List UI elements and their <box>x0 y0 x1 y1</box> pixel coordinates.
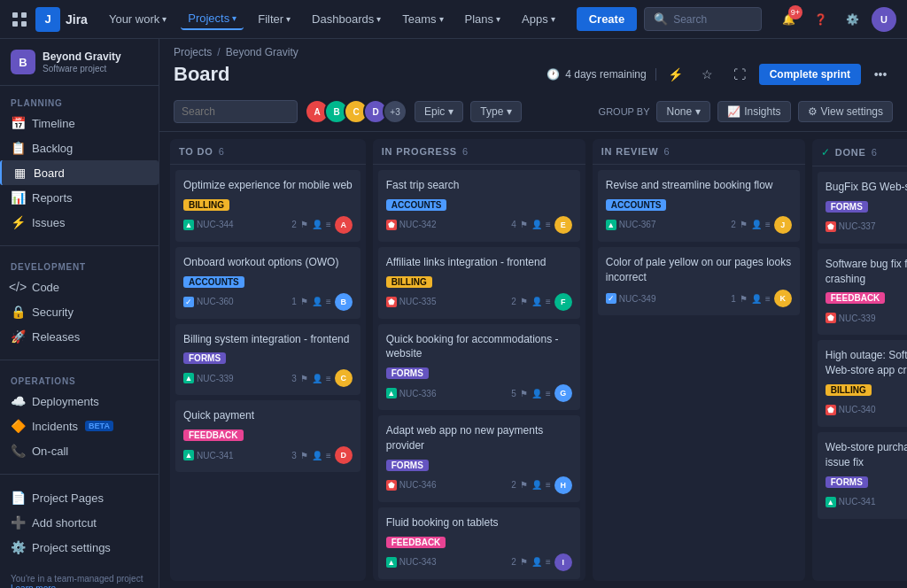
star-button[interactable]: ☆ <box>695 62 720 87</box>
table-row[interactable]: Quick payment FEEDBACK ▲ NUC-341 3 ⚑ 👤 ≡… <box>175 400 360 472</box>
planning-label: PLANNING <box>0 93 159 111</box>
notifications-button[interactable]: 🔔 9+ <box>776 7 801 32</box>
sidebar-item-reports[interactable]: 📊 Reports <box>0 185 159 210</box>
story-points-icon: ⚑ <box>520 557 528 567</box>
create-button[interactable]: Create <box>577 7 637 31</box>
story-points-icon: ⚑ <box>520 220 528 229</box>
nav-dashboards[interactable]: Dashboards ▾ <box>305 9 388 29</box>
sidebar-project[interactable]: B Beyond Gravity Software project <box>0 39 159 86</box>
svg-rect-3 <box>21 21 27 27</box>
column-count: 6 <box>462 146 468 157</box>
breadcrumb-projects[interactable]: Projects <box>174 46 212 58</box>
nav-projects[interactable]: Projects ▾ <box>181 8 244 30</box>
card-tag: ACCOUNTS <box>606 199 667 211</box>
grid-icon[interactable] <box>11 11 28 28</box>
table-row[interactable]: Web-store purchasing performance issue f… <box>818 432 907 519</box>
card-title: Fluid booking on tablets <box>386 515 572 530</box>
table-row[interactable]: Fluid booking on tablets FEEDBACK ▲ NUC-… <box>378 507 580 579</box>
sidebar-item-backlog[interactable]: 📋 Backlog <box>0 135 159 160</box>
column-header-todo: TO DO6 <box>170 139 366 165</box>
table-row[interactable]: High outage: Software bug fix - BG Web-s… <box>818 340 907 427</box>
epic-filter-button[interactable]: Epic ▾ <box>415 101 463 122</box>
fullscreen-button[interactable]: ⛶ <box>727 62 752 87</box>
story-points-icon: ⚑ <box>300 374 308 383</box>
search-box[interactable]: 🔍 Search <box>644 7 762 31</box>
card-meta: 5 ⚑ 👤 ≡ G <box>511 384 571 402</box>
sidebar-item-timeline[interactable]: 📅 Timeline <box>0 111 159 135</box>
table-row[interactable]: Quick booking for accommodations - websi… <box>378 324 580 411</box>
card-tag: FORMS <box>826 476 868 488</box>
card-type-icon: ▲ <box>386 557 397 568</box>
table-row[interactable]: Revise and streamline booking flow ACCOU… <box>598 170 800 242</box>
insights-button[interactable]: 📈 Insights <box>717 101 790 122</box>
card-id: ⬟ NUC-346 <box>386 480 437 491</box>
card-title: Software bug fix for BG Web-store app cr… <box>826 257 907 287</box>
card-tag: ACCOUNTS <box>183 276 244 288</box>
person-icon: 👤 <box>531 480 542 490</box>
nav-filter[interactable]: Filter ▾ <box>251 9 298 29</box>
table-row[interactable]: Optimize experience for mobile web BILLI… <box>175 170 360 242</box>
board-search-input[interactable] <box>174 100 298 123</box>
sidebar-item-deployments[interactable]: ☁️ Deployments <box>0 389 159 414</box>
table-row[interactable]: Adapt web app no new payments provider F… <box>378 415 580 502</box>
more-options-button[interactable]: ••• <box>868 62 893 87</box>
person-icon: 👤 <box>531 297 542 306</box>
sidebar-item-label: Incidents <box>32 420 78 433</box>
avatar: I <box>554 553 572 571</box>
view-settings-button[interactable]: ⚙ View settings <box>798 101 893 122</box>
bottom-section: 📄 Project Pages ➕ Add shortcut ⚙️ Projec… <box>0 478 159 567</box>
sidebar-item-releases[interactable]: 🚀 Releases <box>0 324 159 349</box>
nav-your-work[interactable]: Your work ▾ <box>102 9 174 29</box>
settings-button[interactable]: ⚙️ <box>840 7 864 32</box>
jira-logo[interactable]: J Jira <box>35 7 88 32</box>
type-filter-button[interactable]: Type ▾ <box>470 101 522 122</box>
chevron-down-icon: ▾ <box>507 105 512 118</box>
card-title: Adapt web app no new payments provider <box>386 423 572 453</box>
nav-apps[interactable]: Apps ▾ <box>515 9 562 29</box>
card-meta: 2 ⚑ 👤 ≡ A <box>291 216 352 234</box>
table-row[interactable]: Billing system integration - frontend FO… <box>175 324 360 396</box>
person-icon: 👤 <box>751 220 762 229</box>
avatar: H <box>554 476 572 494</box>
table-row[interactable]: Software bug fix for BG Web-store app cr… <box>818 249 907 336</box>
sidebar-item-project-pages[interactable]: 📄 Project Pages <box>0 485 159 510</box>
sidebar-item-issues[interactable]: ⚡ Issues <box>0 210 159 235</box>
card-footer: ▲ NUC-339 3 ⚑ 👤 ≡ C <box>183 369 353 387</box>
reports-icon: 📊 <box>11 190 25 205</box>
group-by-none-button[interactable]: None ▾ <box>656 101 710 122</box>
sidebar-item-incidents[interactable]: 🔶 Incidents BETA <box>0 414 159 438</box>
nav-plans[interactable]: Plans ▾ <box>458 9 508 29</box>
operations-label: OPERATIONS <box>0 371 159 389</box>
nav-teams[interactable]: Teams ▾ <box>395 9 450 29</box>
table-row[interactable]: Onboard workout options (OWO) ACCOUNTS ✓… <box>175 247 360 319</box>
chevron-down-icon: ▾ <box>496 14 500 24</box>
group-by-label: GROUP BY <box>599 106 650 117</box>
card-meta: 1 ⚑ 👤 ≡ B <box>291 293 352 311</box>
table-row[interactable]: Fast trip search ACCOUNTS ⬟ NUC-342 4 ⚑ … <box>378 170 580 242</box>
avatar: A <box>335 216 353 234</box>
card-title: Onboard workout options (OWO) <box>183 255 353 270</box>
sidebar-item-add-shortcut[interactable]: ➕ Add shortcut <box>0 510 159 535</box>
lightning-button[interactable]: ⚡ <box>663 62 688 87</box>
user-avatar[interactable]: U <box>872 7 896 32</box>
complete-sprint-button[interactable]: Complete sprint <box>759 64 861 85</box>
card-type-icon: ▲ <box>183 450 194 460</box>
sidebar-item-project-settings[interactable]: ⚙️ Project settings <box>0 535 159 560</box>
card-footer: ▲ NUC-341 3 ⚑ 👤 ≡ O <box>826 493 907 511</box>
card-id: ⬟ NUC-342 <box>386 220 437 230</box>
help-button[interactable]: ❓ <box>808 7 833 32</box>
table-row[interactable]: BugFix BG Web-store app crashing FORMS ⬟… <box>818 172 907 244</box>
avatar-count[interactable]: +3 <box>383 99 407 124</box>
table-row[interactable]: Color of pale yellow on our pages looks … <box>598 247 800 316</box>
card-id: ▲ NUC-336 <box>386 388 437 398</box>
column-cards-inreview: Revise and streamline booking flow ACCOU… <box>593 165 805 581</box>
sidebar-item-board[interactable]: ▦ Board <box>0 160 159 185</box>
sidebar-item-code[interactable]: </> Code <box>0 275 159 299</box>
card-meta: 3 ⚑ 👤 ≡ C <box>291 369 352 387</box>
learn-more-link[interactable]: Learn more <box>11 584 56 588</box>
settings-icon: ⚙ <box>808 105 818 118</box>
breadcrumb-project[interactable]: Beyond Gravity <box>226 46 298 58</box>
sidebar-item-security[interactable]: 🔒 Security <box>0 299 159 324</box>
table-row[interactable]: Affiliate links integration - frontend B… <box>378 247 580 319</box>
sidebar-item-oncall[interactable]: 📞 On-call <box>0 438 159 463</box>
